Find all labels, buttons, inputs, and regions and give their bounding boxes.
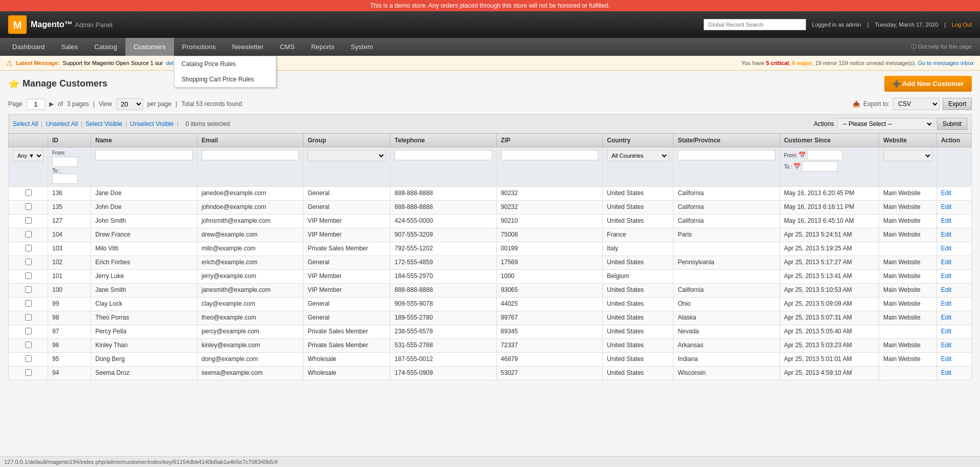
row-telephone: 189-555-2780 xyxy=(390,311,497,325)
view-sep: | xyxy=(93,100,95,108)
row-country: United States xyxy=(603,311,673,325)
filter-id-to[interactable] xyxy=(52,174,78,184)
row-edit-link[interactable]: Edit xyxy=(941,355,952,363)
nav-item-customers[interactable]: Customers xyxy=(125,38,174,56)
page-nav-icon[interactable]: ▶ xyxy=(49,100,54,108)
filter-name-input[interactable] xyxy=(95,150,193,160)
th-id[interactable]: ID xyxy=(48,134,91,147)
th-website[interactable]: Website xyxy=(879,134,937,147)
row-checkbox[interactable] xyxy=(25,369,32,376)
row-checkbox[interactable] xyxy=(25,314,32,321)
filter-website-select[interactable] xyxy=(883,150,932,161)
page-number-input[interactable] xyxy=(27,99,45,110)
nav-item-system[interactable]: System xyxy=(342,38,381,56)
row-checkbox[interactable] xyxy=(25,259,32,265)
select-all-link[interactable]: Select All xyxy=(13,120,38,128)
th-country[interactable]: Country xyxy=(603,134,673,147)
row-edit-link[interactable]: Edit xyxy=(941,342,952,349)
row-checkbox[interactable] xyxy=(25,355,32,362)
filter-name-cell xyxy=(91,147,198,187)
unselect-visible-link[interactable]: Unselect Visible xyxy=(130,120,173,128)
row-checkbox[interactable] xyxy=(25,217,32,224)
row-checkbox[interactable] xyxy=(25,328,32,334)
table-row: 99 Clay Lock clay@example.com General 90… xyxy=(9,298,972,311)
go-to-inbox-link[interactable]: Go to messages inbox xyxy=(918,60,974,66)
export-button[interactable]: Export xyxy=(943,98,972,110)
row-edit-link[interactable]: Edit xyxy=(941,369,952,376)
add-new-customer-button[interactable]: ➕ Add New Customer xyxy=(884,76,972,92)
row-edit-link[interactable]: Edit xyxy=(941,203,952,210)
nav-item-cms[interactable]: CMS xyxy=(272,38,303,56)
filter-any-select[interactable]: Any ▼ xyxy=(13,150,43,161)
row-edit-link[interactable]: Edit xyxy=(941,245,952,252)
th-state[interactable]: State/Province xyxy=(673,134,780,147)
th-name[interactable]: Name xyxy=(91,134,198,147)
row-edit-link[interactable]: Edit xyxy=(941,314,952,321)
unselect-all-link[interactable]: Unselect All xyxy=(46,120,78,128)
row-edit-link[interactable]: Edit xyxy=(941,217,952,224)
table-row: 136 Jane Doe janedoe@example.com General… xyxy=(9,187,972,201)
nav-item-reports[interactable]: Reports xyxy=(303,38,343,56)
filter-since-calendar-from-icon[interactable]: 📅 xyxy=(798,152,806,159)
row-checkbox[interactable] xyxy=(25,203,32,210)
export-format-select[interactable]: CSVExcel XML xyxy=(892,98,940,110)
logout-link[interactable]: Log Out xyxy=(952,22,972,28)
dropdown-cart-price-rules[interactable]: Shopping Cart Price Rules xyxy=(175,72,276,87)
row-website xyxy=(879,325,937,339)
logo-text: Magento™ Admin Panel xyxy=(31,20,113,29)
filter-state-input[interactable] xyxy=(678,150,775,160)
select-visible-link[interactable]: Select Visible xyxy=(85,120,122,128)
row-id: 99 xyxy=(48,298,91,311)
row-edit-link[interactable]: Edit xyxy=(941,328,952,335)
row-edit-link[interactable]: Edit xyxy=(941,259,952,266)
row-checkbox[interactable] xyxy=(25,231,32,238)
filter-since-from[interactable] xyxy=(807,150,843,160)
filter-row: Any ▼ From: To : xyxy=(9,147,972,187)
global-search-input[interactable] xyxy=(704,19,806,30)
row-checkbox[interactable] xyxy=(25,245,32,251)
filter-zip-cell xyxy=(496,147,603,187)
row-edit-link[interactable]: Edit xyxy=(941,300,952,307)
filter-since-to[interactable] xyxy=(802,161,838,172)
submit-button[interactable]: Submit xyxy=(937,118,967,130)
per-page-select[interactable]: 203050100200 xyxy=(116,98,143,110)
filter-since-calendar-to-icon[interactable]: 📅 xyxy=(793,163,801,170)
row-checkbox[interactable] xyxy=(25,272,32,279)
filter-country-select[interactable]: All Countries xyxy=(607,150,669,161)
nav-help[interactable]: ⓘ Get help for this page xyxy=(907,38,976,56)
row-checkbox-cell xyxy=(9,325,48,339)
row-edit-link[interactable]: Edit xyxy=(941,189,952,197)
th-zip[interactable]: ZIP xyxy=(496,134,603,147)
filter-group-select[interactable] xyxy=(308,150,386,161)
row-website: Main Website xyxy=(879,353,937,367)
row-checkbox-cell xyxy=(9,228,48,242)
th-email[interactable]: Email xyxy=(197,134,303,147)
row-edit-link[interactable]: Edit xyxy=(941,286,952,293)
nav-item-promotions[interactable]: Promotions xyxy=(174,38,224,56)
row-edit-link[interactable]: Edit xyxy=(941,231,952,238)
row-id: 136 xyxy=(48,187,91,201)
nav-item-newsletter[interactable]: Newsletter xyxy=(224,38,272,56)
actions-select[interactable]: -- Please Select -- Delete Subscribe to … xyxy=(837,118,934,130)
page-total: 3 pages xyxy=(67,100,89,108)
nav-item-catalog[interactable]: Catalog xyxy=(86,38,125,56)
th-since[interactable]: Customer Since xyxy=(779,134,879,147)
row-checkbox[interactable] xyxy=(25,342,32,348)
table-row: 103 Milo Vitti milo@example.com Private … xyxy=(9,242,972,256)
row-checkbox[interactable] xyxy=(25,300,32,307)
row-checkbox[interactable] xyxy=(25,189,32,196)
row-telephone: 238-555-6578 xyxy=(390,325,497,339)
filter-email-input[interactable] xyxy=(202,150,299,160)
th-telephone[interactable]: Telephone xyxy=(390,134,497,147)
filter-id-from[interactable] xyxy=(52,157,78,167)
filter-telephone-input[interactable] xyxy=(395,150,492,160)
nav-item-dashboard[interactable]: Dashboard xyxy=(4,38,53,56)
th-group[interactable]: Group xyxy=(303,134,390,147)
dropdown-catalog-price-rules[interactable]: Catalog Price Rules xyxy=(175,56,276,72)
row-checkbox[interactable] xyxy=(25,286,32,293)
nav-item-sales[interactable]: Sales xyxy=(53,38,86,56)
row-state: Nevada xyxy=(673,325,780,339)
row-edit-link[interactable]: Edit xyxy=(941,272,952,280)
pagination-row: Page ▶ of 3 pages | View 203050100200 pe… xyxy=(8,98,972,110)
filter-zip-input[interactable] xyxy=(501,150,599,160)
